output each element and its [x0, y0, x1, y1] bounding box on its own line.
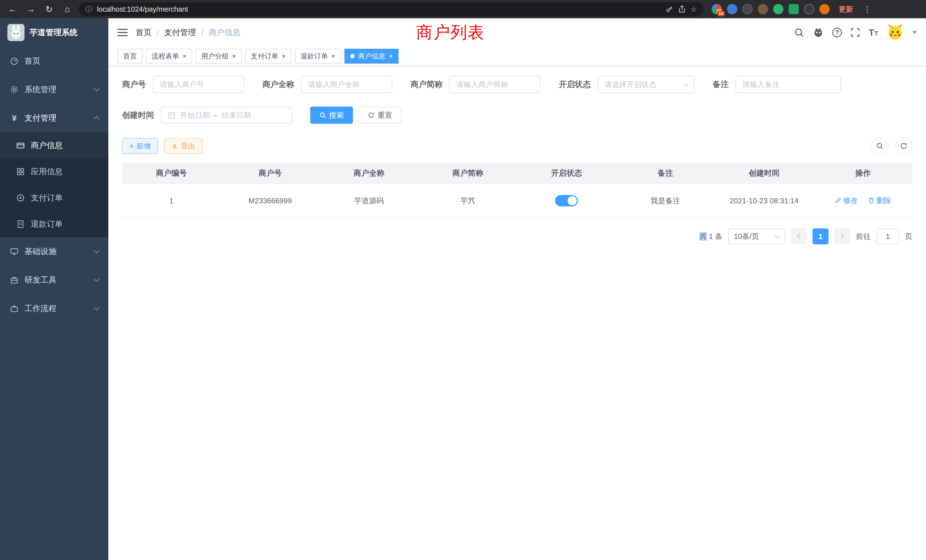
tab-pay-order[interactable]: 支付订单	[245, 49, 291, 64]
select-placeholder: 请选择开启状态	[604, 80, 656, 89]
chevron-down-icon	[94, 276, 100, 282]
help-icon[interactable]	[832, 28, 842, 37]
sidebar-item-home[interactable]: 首页	[0, 47, 108, 75]
column-header: 商户编号	[122, 162, 221, 184]
full-name-input[interactable]	[301, 76, 392, 93]
main-area: 首页 支付管理 商户信息 商户列表	[108, 18, 926, 560]
date-range-picker[interactable]: 开始日期 - 结束日期	[161, 107, 292, 124]
font-size-icon[interactable]	[869, 27, 878, 38]
chevron-down-icon	[683, 81, 688, 86]
cell-create-time: 2021-10-23 08:31:14	[715, 184, 814, 218]
tab-merchant-info[interactable]: 商户信息	[344, 49, 399, 64]
export-button[interactable]: 导出	[164, 138, 203, 154]
tab-label: 流程表单	[152, 51, 179, 61]
browser-extension-icon[interactable]	[758, 4, 768, 14]
browser-extension-icon[interactable]	[819, 4, 830, 14]
site-info-icon[interactable]: ⓘ	[86, 5, 92, 14]
collapse-sidebar-icon[interactable]	[118, 29, 128, 36]
close-icon[interactable]	[282, 53, 286, 60]
search-button[interactable]: 搜索	[310, 107, 353, 124]
close-icon[interactable]	[232, 53, 236, 60]
browser-extension-icon[interactable]	[712, 4, 722, 14]
breadcrumb-item[interactable]: 支付管理	[164, 27, 196, 38]
close-icon[interactable]	[183, 53, 186, 60]
add-button[interactable]: + 新增	[122, 138, 158, 154]
page-number-button[interactable]: 1	[813, 229, 829, 244]
logo-avatar	[8, 24, 24, 41]
cell-merchant-id: 1	[122, 184, 221, 218]
delete-link[interactable]: 删除	[868, 195, 891, 206]
tab-label: 商户信息	[358, 51, 386, 61]
total-suffix: 条	[715, 232, 722, 241]
sidebar-item-refund-order[interactable]: 退款订单	[0, 211, 108, 237]
sidebar-item-label: 研发工具	[24, 275, 89, 285]
sidebar-item-label: 系统管理	[24, 84, 89, 95]
share-icon[interactable]	[678, 5, 686, 13]
total-count: 共 1 条	[699, 232, 722, 242]
browser-extension-icon[interactable]	[788, 4, 799, 14]
tab-refund-order[interactable]: 退款订单	[295, 49, 341, 64]
reload-icon[interactable]: ↻	[42, 2, 56, 16]
sidebar-item-label: 商户信息	[31, 140, 63, 151]
show-search-icon[interactable]	[871, 138, 888, 154]
edit-link[interactable]: 修改	[834, 195, 858, 206]
short-name-input[interactable]	[449, 76, 540, 93]
reset-button[interactable]: 重置	[359, 107, 401, 124]
sidebar-item-devtools[interactable]: 研发工具	[0, 266, 108, 294]
field-label: 商户号	[122, 79, 146, 90]
sidebar-item-label: 首页	[24, 56, 98, 67]
prev-page-button[interactable]	[791, 229, 807, 244]
sidebar-item-merchant-info[interactable]: 商户信息	[0, 132, 108, 159]
status-select[interactable]: 请选择开启状态	[598, 76, 694, 93]
page-size-select[interactable]: 10条/页	[728, 229, 785, 244]
remark-input[interactable]	[735, 76, 841, 93]
payment-submenu: 商户信息 应用信息 支付订单	[0, 132, 108, 237]
browser-extension-icon[interactable]	[727, 4, 737, 14]
button-label: 新增	[136, 141, 151, 151]
breadcrumb-separator	[201, 28, 204, 37]
close-icon[interactable]	[331, 53, 335, 60]
search-icon[interactable]	[794, 27, 804, 38]
end-date-placeholder[interactable]: 结束日期	[221, 110, 251, 120]
browser-extension-icon[interactable]	[742, 4, 753, 14]
filter-full-name: 商户全称	[262, 76, 392, 93]
browser-extension-icon[interactable]	[773, 4, 784, 14]
github-icon[interactable]	[813, 27, 824, 38]
sidebar-item-workflow[interactable]: 工作流程	[0, 294, 108, 323]
url-text[interactable]: localhost:1024/pay/merchant	[97, 5, 661, 14]
tab-user-group[interactable]: 用户分组	[195, 49, 242, 64]
refresh-table-icon[interactable]	[895, 138, 912, 154]
column-header: 备注	[616, 162, 715, 184]
close-icon[interactable]	[389, 53, 393, 60]
active-dot	[350, 54, 355, 59]
status-toggle[interactable]	[555, 195, 578, 206]
sidebar-item-payment[interactable]: 支付管理	[0, 104, 108, 132]
start-date-placeholder[interactable]: 开始日期	[180, 110, 210, 120]
address-bar[interactable]: ⓘ localhost:1024/pay/merchant ☆	[79, 2, 704, 16]
home-icon[interactable]: ⌂	[61, 2, 74, 16]
sidebar-item-pay-order[interactable]: 支付订单	[0, 185, 108, 211]
sidebar-item-system[interactable]: 系统管理	[0, 75, 108, 104]
merchant-no-input[interactable]	[153, 76, 244, 93]
fullscreen-icon[interactable]	[850, 28, 860, 37]
cell-actions: 修改 删除	[814, 184, 912, 218]
avatar-dropdown-icon[interactable]	[912, 31, 917, 34]
browser-update-button[interactable]: 更新	[834, 3, 858, 16]
app-logo[interactable]: 芋道管理系统	[0, 18, 108, 47]
breadcrumb-item[interactable]: 首页	[136, 27, 152, 38]
tab-home[interactable]: 首页	[118, 49, 142, 64]
user-avatar[interactable]	[887, 24, 904, 41]
bookmark-star-icon[interactable]: ☆	[690, 5, 697, 14]
sidebar-item-app-info[interactable]: 应用信息	[0, 159, 108, 185]
tab-process-form[interactable]: 流程表单	[146, 49, 192, 64]
back-icon[interactable]: ←	[6, 2, 20, 16]
goto-page-input[interactable]	[876, 229, 899, 244]
trash-icon	[868, 197, 875, 204]
browser-menu-icon[interactable]: ⋮	[862, 5, 872, 14]
next-page-button[interactable]	[834, 229, 850, 244]
password-key-icon[interactable]	[666, 5, 673, 13]
browser-extension-icon[interactable]	[804, 4, 814, 14]
toolbox-icon	[10, 275, 19, 285]
sidebar-item-infrastructure[interactable]: 基础设施	[0, 237, 108, 266]
forward-icon[interactable]: →	[24, 2, 38, 16]
